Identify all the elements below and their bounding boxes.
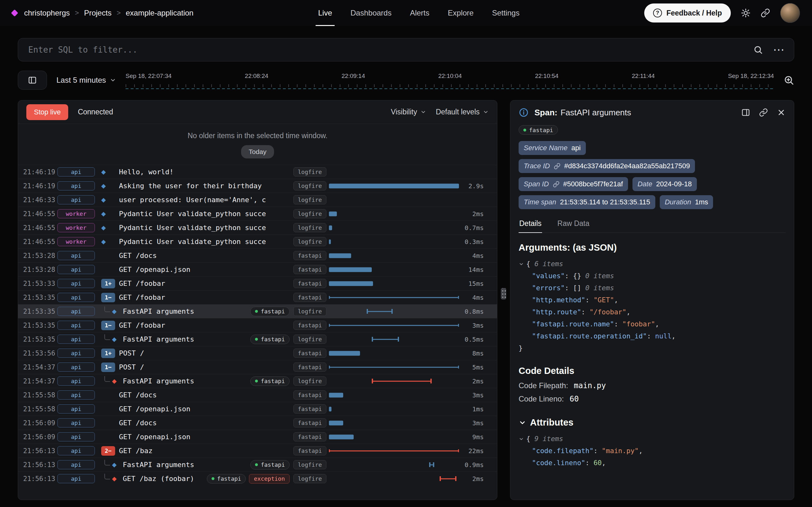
trace-row[interactable]: 21:56:13api2−GET /bazfastapi22ms <box>18 444 497 458</box>
nav-tab-dashboards[interactable]: Dashboards <box>351 0 392 26</box>
trace-row[interactable]: 21:46:55worker◆Pydantic User validate_py… <box>18 234 497 248</box>
trace-row[interactable]: 21:53:35api◆FastAPI argumentsfastapilogf… <box>18 332 497 346</box>
trace-row[interactable]: 21:46:55worker◆Pydantic User validate_py… <box>18 207 497 221</box>
green-dot-icon <box>255 310 258 313</box>
theme-toggle-icon[interactable] <box>741 8 751 18</box>
trace-row[interactable]: 21:53:35api◆FastAPI argumentsfastapilogf… <box>18 304 497 318</box>
trace-row[interactable]: 21:46:19api◆Hello, world!logfire <box>18 165 497 179</box>
nav-tab-live[interactable]: Live <box>318 0 332 26</box>
trace-row[interactable]: 21:53:35api1−GET /foobarfastapi4ms <box>18 290 497 304</box>
logfire-logo-icon[interactable] <box>11 9 18 17</box>
copy-link-icon[interactable] <box>759 108 768 117</box>
row-message: FastAPI arguments <box>123 307 250 315</box>
detail-tab-details[interactable]: Details <box>519 217 542 233</box>
json-line: "errors": [] 0 items <box>519 282 786 294</box>
visibility-select[interactable]: Visibility <box>391 108 426 116</box>
nav-tab-settings[interactable]: Settings <box>492 0 519 26</box>
code-detail-value: 60 <box>570 395 579 403</box>
close-icon[interactable] <box>777 108 786 117</box>
scope-tag: fastapi <box>293 362 326 372</box>
trace-row[interactable]: 21:56:09apiGET /docsfastapi3ms <box>18 416 497 430</box>
breadcrumb-item-example-application[interactable]: example-application <box>126 9 194 17</box>
children-toggle-badge[interactable]: 1− <box>101 321 115 330</box>
json-line: "code.lineno": 60, <box>519 457 786 469</box>
children-toggle-badge[interactable]: 1+ <box>101 349 115 358</box>
row-message: GET /openapi.json <box>119 433 290 441</box>
nav-tab-alerts[interactable]: Alerts <box>410 0 429 26</box>
detail-tab-raw-data[interactable]: Raw Data <box>557 217 590 233</box>
collapse-caret-icon[interactable] <box>519 436 524 442</box>
scope-tag: logfire <box>293 460 326 469</box>
row-time: 21:54:37 <box>23 363 57 371</box>
trace-row[interactable]: 21:56:13api◆GET /baz (foobar)fastapiexce… <box>18 471 497 486</box>
meta-value: api <box>571 144 580 152</box>
default-levels-select[interactable]: Default levels <box>436 108 489 116</box>
feedback-help-button[interactable]: ? Feedback / Help <box>644 3 731 22</box>
children-toggle-badge[interactable]: 1− <box>101 293 115 302</box>
today-button[interactable]: Today <box>241 145 274 158</box>
detail-title-kind: Span: <box>535 108 557 117</box>
tree-connector <box>104 376 110 382</box>
json-line: "http.route": "/foobar", <box>519 306 786 318</box>
trace-row[interactable]: 21:46:19api◆Asking the user for their bi… <box>18 179 497 193</box>
breadcrumb-item-projects[interactable]: Projects <box>84 9 112 17</box>
breadcrumb-separator: > <box>75 9 79 17</box>
share-link-icon[interactable] <box>761 8 770 18</box>
trace-row[interactable]: 21:55:58apiGET /openapi.jsonfastapi1ms <box>18 402 497 416</box>
children-toggle-badge[interactable]: 1− <box>101 362 115 372</box>
meta-pill-date: Date2024-09-18 <box>632 177 697 191</box>
more-options-icon[interactable]: ⋯ <box>773 44 784 55</box>
sql-filter-input[interactable] <box>28 45 743 55</box>
duration-bar <box>329 297 459 298</box>
trace-row[interactable]: 21:56:09apiGET /openapi.jsonfastapi9ms <box>18 430 497 444</box>
children-toggle-badge[interactable]: 1+ <box>101 279 115 288</box>
json-line: "fastapi.route.name": "foobar", <box>519 318 786 330</box>
trace-row[interactable]: 21:53:28apiGET /openapi.jsonfastapi14ms <box>18 262 497 276</box>
trace-row[interactable]: 21:53:35api1−GET /foobarfastapi3ms <box>18 318 497 332</box>
trace-row[interactable]: 21:54:37api◆FastAPI argumentsfastapilogf… <box>18 374 497 388</box>
attributes-heading[interactable]: Attributes <box>519 417 786 428</box>
default-levels-label: Default levels <box>436 108 479 116</box>
search-icon[interactable] <box>753 45 763 55</box>
stop-live-button[interactable]: Stop live <box>26 104 68 120</box>
trace-row[interactable]: 21:46:55worker◆Pydantic User validate_py… <box>18 221 497 234</box>
trace-row[interactable]: 21:56:13api◆FastAPI argumentsfastapilogf… <box>18 458 497 471</box>
row-duration: 3ms <box>459 419 497 427</box>
trace-row[interactable]: 21:53:56api1+POST /fastapi8ms <box>18 346 497 360</box>
duration-bar <box>329 393 343 397</box>
service-tag-api: api <box>57 390 95 400</box>
trace-row[interactable]: 21:53:33api1+GET /foobarfastapi15ms <box>18 276 497 290</box>
row-message: Hello, world! <box>119 168 290 176</box>
zoom-in-icon[interactable] <box>783 75 794 86</box>
user-avatar[interactable] <box>780 3 800 23</box>
link-icon[interactable] <box>554 163 560 170</box>
timeline-tick-label: 22:08:24 <box>245 72 268 79</box>
trace-row[interactable]: 21:46:33api◆user processed: User(name='A… <box>18 193 497 207</box>
nav-tab-explore[interactable]: Explore <box>448 0 473 26</box>
link-icon[interactable] <box>553 181 560 187</box>
dock-panel-icon[interactable] <box>741 108 750 117</box>
row-duration: 1ms <box>459 405 497 413</box>
trace-row[interactable]: 21:54:37api1−POST /fastapi5ms <box>18 360 497 374</box>
visibility-label: Visibility <box>391 108 417 116</box>
connection-status: Connected <box>78 108 113 116</box>
collapse-caret-icon[interactable] <box>519 262 524 267</box>
timeline-tick-label: 22:11:44 <box>632 72 655 79</box>
trace-row[interactable]: 21:53:28apiGET /docsfastapi4ms <box>18 248 497 262</box>
panel-resize-handle[interactable] <box>501 288 506 299</box>
trace-row[interactable]: 21:55:58apiGET /docsfastapi3ms <box>18 388 497 402</box>
row-time: 21:46:55 <box>23 210 57 218</box>
json-line: } <box>519 342 786 354</box>
sidebar-toggle-button[interactable] <box>18 71 47 90</box>
json-line: "fastapi.route.operation_id": null, <box>519 330 786 342</box>
breadcrumb-item-christophergs[interactable]: christophergs <box>24 9 70 17</box>
time-range-select[interactable]: Last 5 minutes <box>56 76 116 84</box>
children-toggle-badge[interactable]: 2− <box>101 446 115 456</box>
row-time: 21:53:56 <box>23 349 57 357</box>
timeline-track[interactable]: Sep 18, 22:07:3422:08:2422:09:1422:10:04… <box>125 68 774 92</box>
meta-label: Trace ID <box>524 162 550 170</box>
detail-title: Span:FastAPI arguments <box>535 108 631 118</box>
meta-value: 2024-09-18 <box>656 180 692 188</box>
duration-bar <box>329 253 351 258</box>
error-diamond-icon: ◆ <box>112 475 117 482</box>
